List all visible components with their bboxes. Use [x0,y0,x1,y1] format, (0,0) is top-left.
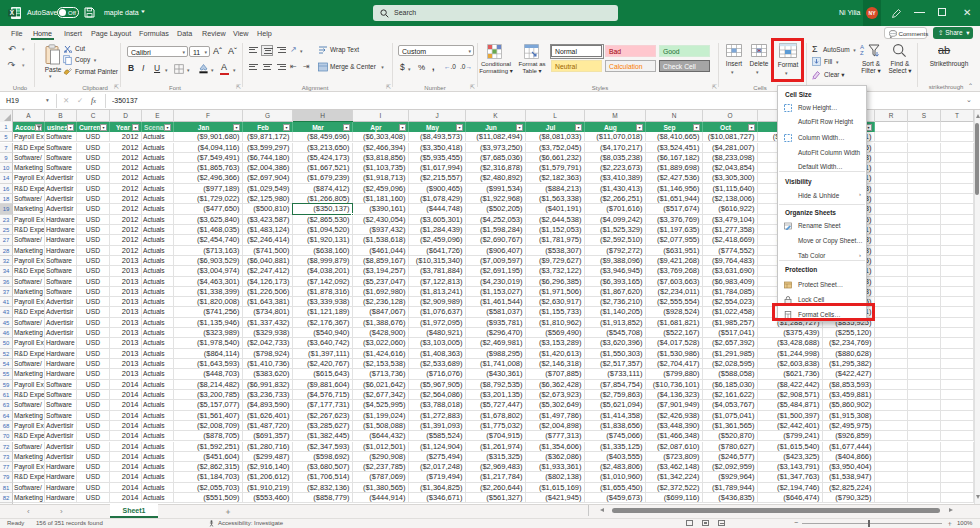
svg-text:X: X [10,9,15,16]
